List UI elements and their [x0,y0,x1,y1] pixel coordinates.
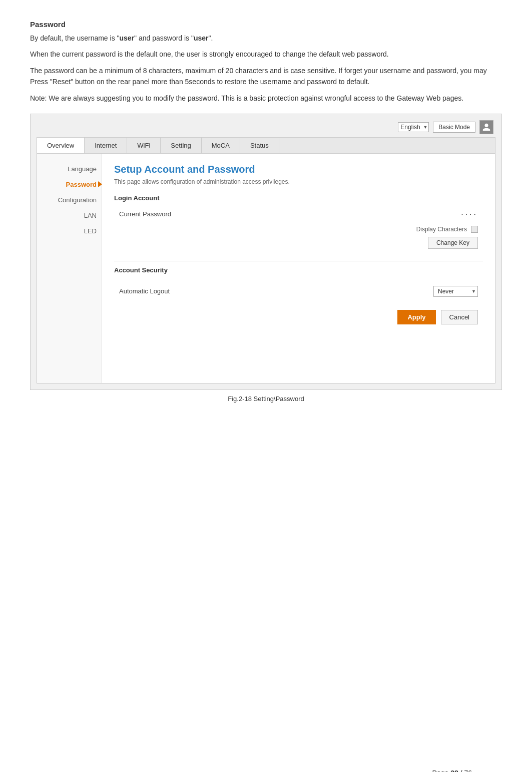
change-key-row: Change Key [114,235,483,256]
current-password-value: ···· [199,210,478,219]
paragraph-1: By default, the username is "user" and p… [30,33,502,44]
panel-subtitle: This page allows configuration of admini… [114,178,483,185]
sidebar-item-lan[interactable]: LAN [37,208,102,223]
display-chars-checkbox[interactable] [471,226,478,233]
content-panel: Setup Account and Password This page all… [102,154,495,383]
user-icon [482,123,491,132]
tab-internet[interactable]: Internet [85,138,127,153]
sidebar-item-configuration[interactable]: Configuration [37,192,102,208]
password-dots: ···· [461,210,478,219]
paragraph-3: The password can be a minimum of 8 chara… [30,65,502,88]
account-security-header: Account Security [114,266,483,276]
tab-wifi[interactable]: WiFi [127,138,161,153]
paragraph-2: When the current password is the default… [30,49,502,60]
nav-tabs: Overview Internet WiFi Setting MoCA Stat… [37,137,495,153]
sidebar-item-language[interactable]: Language [37,161,102,177]
paragraph-4: Note: We are always suggesting you to mo… [30,93,502,104]
language-select[interactable]: English [398,122,429,132]
current-password-row: Current Password ···· [114,210,483,219]
figure-caption: Fig.2-18 Setting\Password [30,395,502,403]
tab-status[interactable]: Status [240,138,279,153]
tab-overview[interactable]: Overview [37,138,85,154]
login-account-header: Login Account [114,194,483,204]
automatic-logout-label: Automatic Logout [119,287,433,295]
page-footer: Page 38 / 76 [432,769,472,772]
sidebar: Language Password Configuration LAN LED [37,154,102,383]
screenshot-container: English Basic Mode Overview Internet WiF… [30,114,502,390]
panel-title: Setup Account and Password [114,164,483,175]
router-topbar: English Basic Mode [37,120,495,134]
display-chars-row: Display Characters [114,224,483,235]
sidebar-item-led[interactable]: LED [37,223,102,239]
section-divider [114,261,483,261]
automatic-logout-row: Automatic Logout Never 5 minutes 10 minu… [114,282,483,301]
tab-setting[interactable]: Setting [161,138,201,153]
action-row: Apply Cancel [114,308,483,326]
user-icon-button[interactable] [479,120,493,134]
logout-select[interactable]: Never 5 minutes 10 minutes 30 minutes [433,286,478,297]
basic-mode-button[interactable]: Basic Mode [433,122,475,133]
change-key-button[interactable]: Change Key [428,237,478,249]
display-chars-label: Display Characters [416,226,467,233]
cancel-button[interactable]: Cancel [441,310,478,324]
tab-moca[interactable]: MoCA [202,138,240,153]
apply-button[interactable]: Apply [397,310,435,324]
main-content: Language Password Configuration LAN LED … [37,153,495,383]
logout-select-wrap[interactable]: Never 5 minutes 10 minutes 30 minutes [433,286,478,297]
page-title: Password [30,20,502,29]
language-select-wrap[interactable]: English [398,122,429,132]
sidebar-item-password[interactable]: Password [37,177,102,192]
current-password-label: Current Password [119,210,199,218]
